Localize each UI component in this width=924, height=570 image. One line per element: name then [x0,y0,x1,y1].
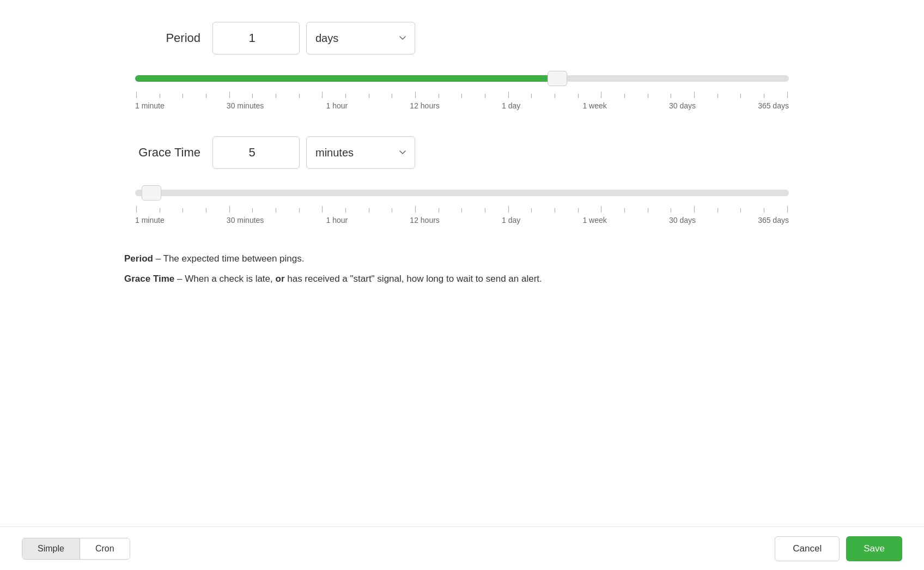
grace-label-1week: 1 week [582,216,606,225]
period-range-wrapper [135,68,789,89]
grace-range-wrapper [135,182,789,204]
description-section: Period – The expected time between pings… [124,251,800,287]
period-label-30days: 30 days [669,101,696,110]
period-slider[interactable] [135,75,789,82]
grace-label-365days: 365 days [758,216,789,225]
grace-slider-labels: 1 minute 30 minutes 1 hour 12 hours 1 da… [135,216,789,225]
period-label-12hr: 12 hours [410,101,439,110]
grace-label-30min: 30 minutes [227,216,264,225]
period-number-input[interactable] [212,22,300,54]
grace-time-label: Grace Time [124,145,200,160]
grace-slider[interactable] [135,190,789,196]
action-buttons: Cancel Save [775,536,902,561]
period-slider-area: 1 minute 30 minutes 1 hour 12 hours 1 da… [135,68,789,110]
tab-cron[interactable]: Cron [80,538,130,559]
grace-slider-area: 1 minute 30 minutes 1 hour 12 hours 1 da… [135,182,789,225]
period-unit-select[interactable]: minutes hours days weeks [306,22,415,54]
period-label-365days: 365 days [758,101,789,110]
grace-label-30days: 30 days [669,216,696,225]
grace-label-12hr: 12 hours [410,216,439,225]
grace-label-1hr: 1 hour [326,216,348,225]
period-slider-labels: 1 minute 30 minutes 1 hour 12 hours 1 da… [135,101,789,110]
grace-slider-section: 1 minute 30 minutes 1 hour 12 hours 1 da… [124,182,800,225]
tab-simple[interactable]: Simple [22,538,80,559]
period-description: Period – The expected time between pings… [124,251,800,268]
period-slider-section: 1 minute 30 minutes 1 hour 12 hours 1 da… [124,68,800,110]
grace-label-1min: 1 minute [135,216,165,225]
grace-time-unit-select[interactable]: minutes hours days [306,136,415,169]
period-label-1week: 1 week [582,101,606,110]
grace-time-row: Grace Time minutes hours days [124,136,800,169]
period-label-1min: 1 minute [135,101,165,110]
grace-description: Grace Time – When a check is late, or ha… [124,271,800,288]
period-label-30min: 30 minutes [227,101,264,110]
grace-time-number-input[interactable] [212,136,300,169]
period-label-1hr: 1 hour [326,101,348,110]
period-label-1day: 1 day [502,101,520,110]
period-label: Period [124,31,200,45]
grace-label-1day: 1 day [502,216,520,225]
save-button[interactable]: Save [846,536,902,561]
bottom-bar: Simple Cron Cancel Save [0,526,924,570]
tab-group: Simple Cron [22,538,130,560]
cancel-button[interactable]: Cancel [775,536,840,561]
period-row: Period minutes hours days weeks [124,22,800,54]
